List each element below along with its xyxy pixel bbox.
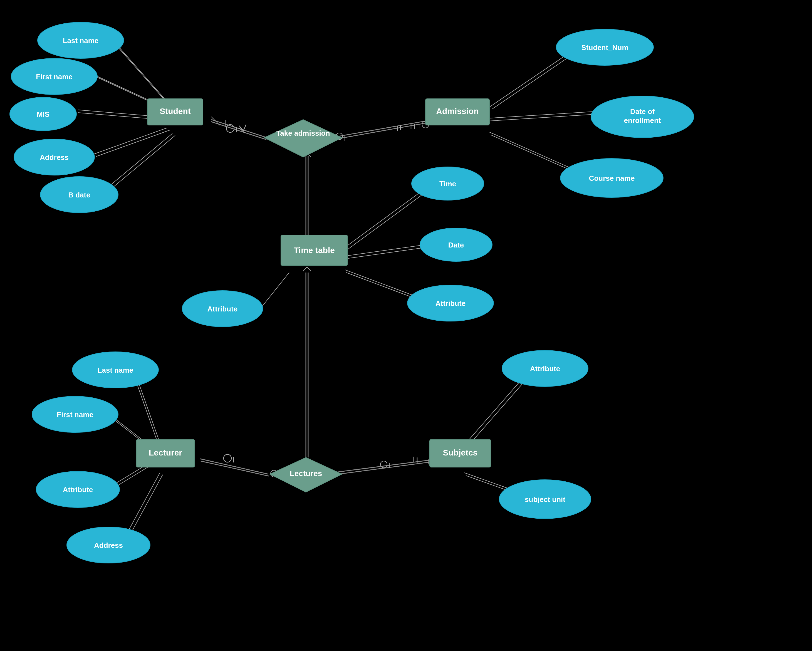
attr-subject-unit-label: subject unit [525, 495, 565, 504]
svg-line-69 [467, 380, 525, 447]
svg-line-2 [211, 117, 220, 125]
svg-line-61 [136, 376, 161, 447]
attr-address-lecturer-label: Address [94, 541, 123, 550]
svg-line-67 [128, 475, 163, 539]
svg-line-0 [211, 119, 267, 138]
svg-line-22 [303, 267, 307, 271]
svg-line-57 [345, 270, 423, 299]
svg-line-52 [491, 135, 575, 173]
svg-line-68 [464, 378, 523, 445]
attr-attribute-lecturer-label: Attribute [63, 486, 93, 494]
entity-timetable-label: Time table [294, 246, 335, 255]
relationship-take-admission [264, 119, 342, 157]
svg-line-47 [490, 54, 567, 107]
svg-line-53 [345, 186, 428, 248]
svg-point-79 [224, 454, 231, 462]
attr-bdate-label: B date [68, 191, 90, 199]
svg-line-45 [106, 133, 172, 189]
attr-first-name-student-label: First name [36, 73, 73, 81]
attr-address-student-label: Address [40, 153, 69, 162]
svg-line-59 [261, 272, 289, 307]
svg-line-6 [331, 122, 434, 140]
svg-line-49 [490, 111, 599, 118]
svg-line-31 [321, 459, 440, 474]
er-diagram: Student Admission Time table Lecturer Su… [0, 0, 812, 651]
attr-course-name-label: Course name [589, 174, 635, 182]
attr-attribute-timetable-label: Attribute [435, 299, 466, 307]
entity-lecturer-label: Lecturer [149, 448, 182, 457]
svg-line-28 [201, 461, 269, 476]
attr-mis-label: MIS [37, 110, 49, 118]
svg-line-65 [113, 465, 153, 488]
entity-admission-label: Admission [436, 107, 479, 116]
attr-student-num-label: Student_Num [582, 43, 629, 52]
svg-line-5 [331, 119, 434, 138]
svg-line-66 [125, 473, 160, 537]
svg-line-43 [93, 128, 167, 154]
attr-attribute-mid-label: Attribute [208, 305, 238, 313]
attr-date-enrollment-label2: enrollment [624, 116, 661, 125]
svg-line-54 [348, 188, 431, 249]
attr-attribute-subjetcs-top-label: Attribute [530, 365, 560, 373]
attr-time-label: Time [440, 180, 456, 188]
entity-student-label: Student [160, 107, 191, 116]
attr-date-enrollment-label: Date of [630, 107, 655, 116]
relationship-lectures-label: Lectures [290, 469, 322, 478]
svg-line-48 [492, 56, 570, 109]
attr-last-name-student-label: Last name [63, 37, 99, 45]
svg-line-23 [307, 267, 311, 271]
svg-line-27 [200, 459, 269, 474]
svg-line-75 [243, 125, 246, 131]
svg-line-51 [490, 132, 574, 170]
attr-date-timetable-label: Date [448, 241, 464, 249]
svg-line-37 [117, 46, 169, 105]
svg-line-46 [108, 135, 175, 191]
svg-point-33 [380, 461, 387, 468]
svg-line-44 [96, 130, 169, 157]
relationship-take-admission-label: Take admission [276, 129, 330, 138]
svg-line-50 [490, 114, 599, 121]
entity-subjetcs-label: Subjetcs [443, 448, 478, 457]
attr-last-name-lecturer-label: Last name [98, 366, 133, 374]
attr-first-name-lecturer-label: First name [57, 411, 93, 419]
